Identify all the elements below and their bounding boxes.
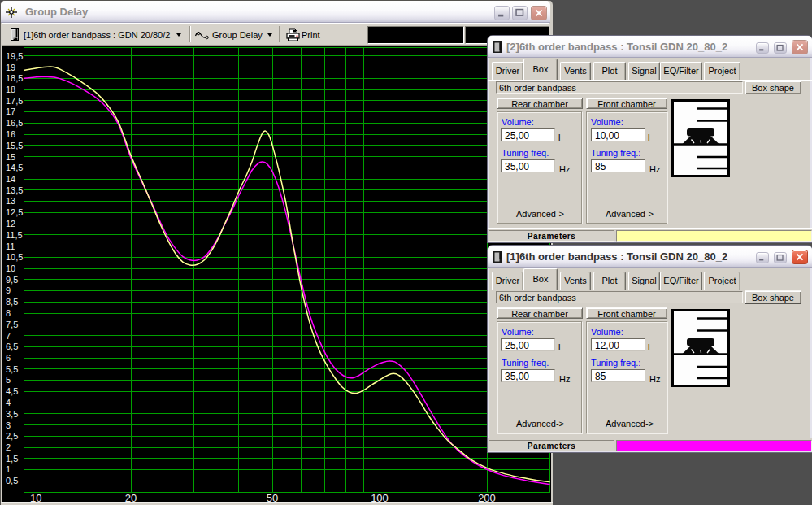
svg-text:14,5: 14,5 bbox=[6, 163, 23, 172]
svg-text:12,5: 12,5 bbox=[6, 207, 23, 217]
svg-text:1,5: 1,5 bbox=[6, 454, 18, 464]
svg-text:5,5: 5,5 bbox=[6, 364, 18, 374]
svg-text:9,5: 9,5 bbox=[6, 275, 18, 285]
svg-text:15: 15 bbox=[6, 152, 15, 162]
svg-text:10: 10 bbox=[6, 263, 15, 273]
svg-text:9: 9 bbox=[6, 285, 11, 295]
svg-text:3,5: 3,5 bbox=[6, 409, 18, 419]
svg-text:10,5: 10,5 bbox=[6, 252, 23, 262]
svg-text:19,5: 19,5 bbox=[6, 51, 23, 61]
svg-text:6,5: 6,5 bbox=[6, 342, 18, 351]
svg-text:19: 19 bbox=[6, 63, 15, 72]
svg-text:18,5: 18,5 bbox=[6, 73, 23, 83]
svg-text:15,5: 15,5 bbox=[6, 141, 23, 150]
svg-text:2: 2 bbox=[6, 442, 11, 452]
svg-text:11: 11 bbox=[6, 242, 15, 251]
svg-text:3: 3 bbox=[6, 420, 11, 430]
svg-text:13: 13 bbox=[6, 196, 15, 206]
svg-text:4: 4 bbox=[6, 398, 11, 407]
svg-text:17,5: 17,5 bbox=[6, 96, 23, 106]
svg-text:18: 18 bbox=[6, 85, 15, 94]
svg-text:1: 1 bbox=[6, 464, 11, 474]
svg-text:16,5: 16,5 bbox=[6, 118, 23, 128]
svg-text:6: 6 bbox=[6, 353, 11, 363]
svg-text:11,5: 11,5 bbox=[6, 230, 23, 240]
svg-text:12: 12 bbox=[6, 219, 15, 229]
svg-text:16: 16 bbox=[6, 129, 15, 139]
svg-text:7: 7 bbox=[6, 331, 11, 341]
svg-text:14: 14 bbox=[6, 174, 15, 184]
svg-text:0,5: 0,5 bbox=[6, 476, 18, 485]
svg-text:8,5: 8,5 bbox=[6, 297, 18, 307]
svg-text:13,5: 13,5 bbox=[6, 185, 23, 195]
svg-text:8: 8 bbox=[6, 308, 11, 318]
svg-text:2,5: 2,5 bbox=[6, 431, 18, 441]
svg-text:4,5: 4,5 bbox=[6, 386, 18, 396]
svg-text:17: 17 bbox=[6, 107, 15, 116]
svg-text:7,5: 7,5 bbox=[6, 320, 18, 329]
svg-text:5: 5 bbox=[6, 375, 11, 385]
